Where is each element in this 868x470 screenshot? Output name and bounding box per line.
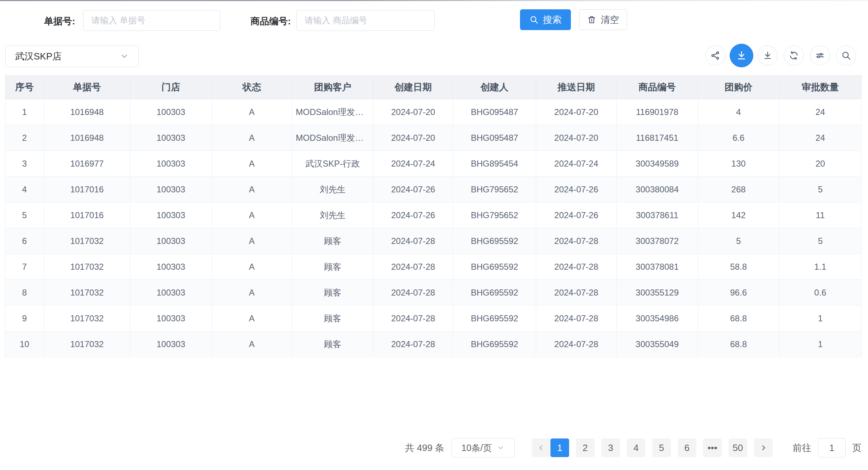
cell-creator: BHG695592 (453, 280, 536, 306)
cell-create-date: 2024-07-26 (373, 202, 453, 228)
refresh-icon (789, 51, 799, 61)
cell-store: 100303 (130, 254, 211, 280)
cell-group-customer: 顾客 (292, 306, 373, 331)
cell-store: 100303 (130, 202, 211, 228)
cell-store: 100303 (130, 151, 211, 177)
cell-group-price: 68.8 (698, 331, 779, 357)
cell-store: 100303 (130, 280, 211, 306)
page-button-6[interactable]: 6 (678, 438, 696, 457)
store-select[interactable]: 武汉SKP店 (5, 45, 139, 67)
cell-index: 10 (5, 331, 44, 357)
cell-doc-no: 1017032 (44, 280, 130, 306)
table-row[interactable]: 41017016100303A刘先生2024-07-26BHG795652202… (5, 177, 862, 202)
cell-group-price: 142 (698, 202, 779, 228)
cell-product-code: 300380084 (616, 177, 698, 202)
cell-store: 100303 (130, 306, 211, 331)
cell-status: A (211, 254, 292, 280)
doc-no-input[interactable] (83, 10, 220, 31)
goto-suffix: 页 (852, 442, 862, 454)
table-row[interactable]: 31016977100303A武汉SKP-行政2024-07-24BHG8954… (5, 151, 862, 177)
cell-index: 8 (5, 280, 44, 306)
cell-product-code: 300378081 (616, 254, 698, 280)
pager-pages: 123456•••50 (550, 438, 747, 457)
pager-ellipsis-button[interactable]: ••• (703, 438, 722, 457)
cell-push-date: 2024-07-28 (536, 228, 617, 254)
share-button[interactable] (705, 45, 725, 66)
zoom-button[interactable] (836, 45, 856, 66)
search-icon (529, 15, 539, 24)
page-button-3[interactable]: 3 (601, 438, 620, 457)
cell-push-date: 2024-07-28 (536, 331, 617, 357)
cell-group-price: 96.6 (698, 280, 779, 306)
prev-page-button[interactable] (532, 438, 550, 457)
cell-store: 100303 (130, 177, 211, 202)
table-row[interactable]: 71017032100303A顾客2024-07-28BHG6955922024… (5, 254, 862, 280)
column-header-index: 序号 (5, 76, 44, 99)
cell-approved-qty: 1 (779, 306, 861, 331)
cell-group-customer: 武汉SKP-行政 (292, 151, 373, 177)
page-button-5[interactable]: 5 (652, 438, 671, 457)
pagination-bar: 共 499 条 10条/页 123456•••50 (405, 438, 862, 458)
cell-group-price: 268 (698, 177, 779, 202)
share-icon (710, 51, 720, 61)
cell-index: 3 (5, 151, 44, 177)
column-header-create-date: 创建日期 (373, 76, 453, 99)
cell-status: A (211, 280, 292, 306)
column-header-group-customer: 团购客户 (292, 76, 373, 99)
table-row[interactable]: 101017032100303A顾客2024-07-28BHG695592202… (5, 331, 862, 357)
cell-push-date: 2024-07-20 (536, 99, 617, 125)
cell-create-date: 2024-07-20 (373, 99, 453, 125)
column-header-group-price: 团购价 (698, 76, 779, 99)
page-button-2[interactable]: 2 (576, 438, 595, 457)
table-row[interactable]: 11016948100303AMODSalon理发店...2024-07-20B… (5, 99, 862, 125)
orders-table: 序号单据号门店状态团购客户创建日期创建人推送日期商品编号团购价审批数量 1101… (5, 75, 862, 357)
cell-doc-no: 1016948 (44, 99, 130, 125)
column-header-product-code: 商品编号 (616, 76, 698, 99)
page-button-50[interactable]: 50 (729, 438, 747, 457)
clear-button[interactable]: 清空 (579, 9, 627, 30)
cell-approved-qty: 1.1 (779, 254, 861, 280)
cell-group-customer: 刘先生 (292, 177, 373, 202)
table-row[interactable]: 81017032100303A顾客2024-07-28BHG6955922024… (5, 280, 862, 306)
cell-group-price: 68.8 (698, 306, 779, 331)
next-page-button[interactable] (754, 438, 773, 457)
cell-status: A (211, 331, 292, 357)
cell-creator: BHG695592 (453, 228, 536, 254)
cell-store: 100303 (130, 331, 211, 357)
export-button[interactable] (730, 44, 753, 67)
cell-push-date: 2024-07-28 (536, 254, 617, 280)
cell-doc-no: 1017016 (44, 202, 130, 228)
cell-creator: BHG695592 (453, 306, 536, 331)
page-button-4[interactable]: 4 (627, 438, 645, 457)
sliders-icon (815, 51, 825, 61)
cell-approved-qty: 1 (779, 331, 861, 357)
search-button-label: 搜索 (543, 14, 562, 26)
goto-page-input[interactable] (818, 438, 846, 457)
cell-approved-qty: 5 (779, 177, 861, 202)
download-button[interactable] (758, 45, 778, 66)
cell-group-price: 58.8 (698, 254, 779, 280)
table-row[interactable]: 91017032100303A顾客2024-07-28BHG6955922024… (5, 306, 862, 331)
product-code-input[interactable] (296, 10, 435, 31)
column-header-creator: 创建人 (453, 76, 536, 99)
column-settings-button[interactable] (810, 45, 830, 66)
refresh-button[interactable] (784, 45, 804, 66)
goto-page: 前往 页 (793, 438, 862, 457)
table-row[interactable]: 21016948100303AMODSalon理发店...2024-07-20B… (5, 125, 862, 151)
cell-creator: BHG795652 (453, 202, 536, 228)
cell-push-date: 2024-07-24 (536, 151, 617, 177)
table-row[interactable]: 51017016100303A刘先生2024-07-26BHG795652202… (5, 202, 862, 228)
search-button[interactable]: 搜索 (520, 9, 571, 30)
page-size-select[interactable]: 10条/页 (452, 438, 515, 457)
column-header-doc-no: 单据号 (44, 76, 130, 99)
cell-create-date: 2024-07-20 (373, 125, 453, 151)
cell-product-code: 300355129 (616, 280, 698, 306)
doc-no-label: 单据号: (44, 15, 75, 28)
cell-approved-qty: 0.6 (779, 280, 861, 306)
page-button-1[interactable]: 1 (550, 438, 569, 457)
cell-status: A (211, 151, 292, 177)
table-row[interactable]: 61017032100303A顾客2024-07-28BHG6955922024… (5, 228, 862, 254)
cell-group-customer: MODSalon理发店... (292, 125, 373, 151)
cell-approved-qty: 5 (779, 228, 861, 254)
table-toolbar (705, 43, 856, 68)
